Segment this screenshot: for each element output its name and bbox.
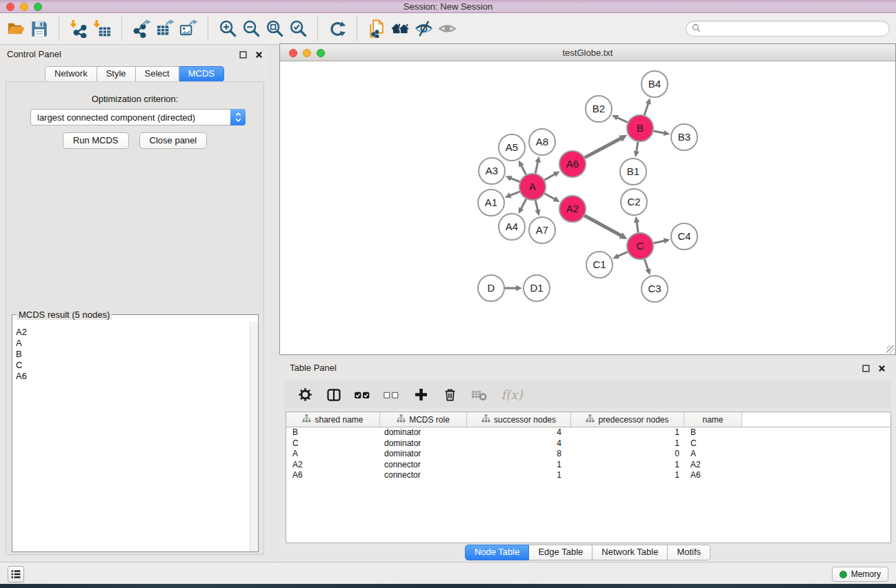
tab-mcds[interactable]: MCDS	[179, 66, 224, 82]
edge-C-C4[interactable]	[654, 238, 670, 243]
table-cell[interactable]: 8	[467, 449, 571, 460]
delete-columns-icon[interactable]	[439, 385, 460, 405]
mcds-result-item[interactable]: A	[16, 338, 250, 349]
table-cell[interactable]: connector	[380, 460, 467, 471]
edge-D-D1[interactable]	[505, 285, 522, 291]
mcds-result-item[interactable]: A6	[16, 371, 250, 382]
edge-B-B2[interactable]	[612, 115, 628, 123]
network-overview-icon[interactable]	[388, 16, 412, 42]
node-A1[interactable]: A1	[478, 190, 504, 216]
task-history-icon[interactable]	[8, 566, 24, 582]
table-cell[interactable]: 0	[571, 449, 684, 460]
mcds-result-item[interactable]: C	[16, 360, 250, 371]
table-cell[interactable]: A	[684, 449, 742, 460]
create-column-icon[interactable]	[410, 385, 431, 405]
close-panel-icon[interactable]	[255, 50, 263, 59]
import-network-icon[interactable]	[67, 16, 90, 42]
deselect-all-columns-icon[interactable]	[381, 385, 402, 405]
search-field[interactable]	[686, 21, 890, 37]
node-A4[interactable]: A4	[499, 214, 525, 240]
node-C1[interactable]: C1	[586, 252, 613, 278]
table-options-icon[interactable]	[295, 385, 315, 405]
table-cell[interactable]: A2	[286, 460, 380, 471]
tab-style[interactable]: Style	[97, 66, 136, 82]
node-D[interactable]: D	[478, 275, 504, 301]
table-cell[interactable]: 4	[467, 427, 571, 438]
table-row[interactable]: Adominator80A	[286, 449, 890, 460]
network-canvas[interactable]: AA1A2A3A4A5A6A7A8BB1B2B3B4CC1C2C3C4DD1	[280, 61, 895, 354]
edge-B-B1[interactable]	[634, 142, 639, 158]
node-B[interactable]: B	[627, 115, 653, 141]
table-cell[interactable]: 1	[571, 438, 684, 449]
export-network-icon[interactable]	[130, 16, 153, 42]
node-B1[interactable]: B1	[620, 159, 646, 185]
table-cell[interactable]: A6	[684, 470, 742, 481]
table-cell[interactable]: A6	[286, 470, 380, 481]
table-cell[interactable]: dominator	[380, 438, 467, 449]
edge-A-A8[interactable]	[535, 156, 541, 174]
tab-motifs[interactable]: Motifs	[668, 545, 710, 560]
zoom-selected-icon[interactable]	[286, 16, 310, 42]
table-row[interactable]: A6connector11A6	[286, 470, 890, 481]
edge-B-B4[interactable]	[644, 98, 650, 115]
show-columns-icon[interactable]	[323, 385, 344, 405]
table-row[interactable]: Bdominator41B	[286, 427, 890, 438]
tab-select[interactable]: Select	[136, 66, 179, 82]
run-mcds-button[interactable]: Run MCDS	[63, 132, 129, 149]
node-B2[interactable]: B2	[586, 96, 612, 122]
export-table-icon[interactable]	[153, 16, 177, 42]
zoom-out-icon[interactable]	[239, 16, 263, 42]
node-A3[interactable]: A3	[479, 158, 505, 184]
column-header-shared-name[interactable]: shared name	[286, 412, 380, 427]
column-header-mcds-role[interactable]: MCDS role	[380, 412, 467, 427]
table-cell[interactable]: dominator	[380, 449, 467, 460]
edge-A-A3[interactable]	[506, 176, 520, 182]
edge-C-C1[interactable]	[613, 252, 628, 258]
float-table-panel-icon[interactable]	[862, 364, 870, 373]
mcds-result-item[interactable]: A2	[16, 327, 250, 338]
node-C3[interactable]: C3	[641, 276, 668, 302]
select-all-columns-icon[interactable]	[352, 385, 373, 405]
mcds-result-item[interactable]: B	[16, 349, 250, 360]
criterion-select[interactable]: largest connected component (directed)	[30, 109, 246, 125]
edge-C-C2[interactable]	[634, 216, 639, 232]
tab-network-table[interactable]: Network Table	[593, 545, 668, 560]
float-panel-icon[interactable]	[239, 50, 248, 59]
tab-node-table[interactable]: Node Table	[465, 545, 530, 560]
edge-A-A2[interactable]	[545, 194, 560, 202]
zoom-in-icon[interactable]	[216, 16, 239, 42]
table-cell[interactable]: B	[286, 427, 380, 438]
resize-grip[interactable]	[886, 345, 895, 354]
node-A[interactable]: A	[519, 174, 546, 200]
node-A5[interactable]: A5	[499, 134, 525, 161]
column-header-name[interactable]: name	[684, 412, 742, 427]
table-cell[interactable]: 1	[467, 470, 571, 481]
node-A7[interactable]: A7	[529, 217, 555, 243]
table-cell[interactable]: 1	[571, 460, 684, 471]
edge-A-A1[interactable]	[505, 192, 520, 198]
close-table-panel-icon[interactable]	[877, 364, 886, 373]
edge-A2-C[interactable]	[585, 216, 628, 239]
table-cell[interactable]: C	[286, 438, 380, 449]
node-A6[interactable]: A6	[559, 151, 586, 177]
table-cell[interactable]: 1	[467, 460, 571, 471]
close-panel-button[interactable]: Close panel	[139, 132, 208, 149]
edge-A-A7[interactable]	[535, 201, 540, 216]
table-cell[interactable]: dominator	[380, 427, 467, 438]
open-session-icon[interactable]	[4, 16, 28, 42]
node-C4[interactable]: C4	[671, 223, 697, 250]
node-D1[interactable]: D1	[524, 275, 550, 301]
refresh-layout-icon[interactable]	[326, 16, 349, 42]
node-C2[interactable]: C2	[621, 189, 647, 215]
table-cell[interactable]: A2	[684, 460, 742, 471]
table-cell[interactable]: A	[286, 449, 380, 460]
edge-A-A5[interactable]	[519, 161, 526, 175]
edge-A6-B[interactable]	[585, 135, 628, 158]
import-table-icon[interactable]	[90, 16, 114, 42]
edge-A-A6[interactable]	[544, 171, 559, 180]
edge-C-C3[interactable]	[644, 259, 650, 275]
table-cell[interactable]: 4	[467, 438, 571, 449]
table-cell[interactable]: C	[684, 438, 742, 449]
node-B4[interactable]: B4	[641, 71, 668, 97]
edge-B-B3[interactable]	[654, 130, 670, 136]
